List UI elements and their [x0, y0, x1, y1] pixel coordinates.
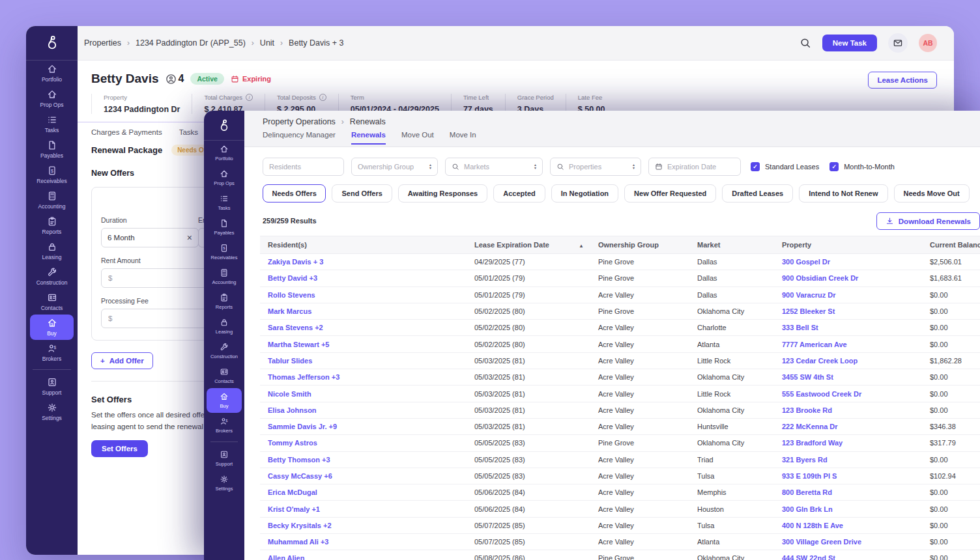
- sidebar-item[interactable]: Support: [207, 446, 242, 471]
- breadcrumb-item[interactable]: Renewals ›: [350, 117, 386, 126]
- property-link[interactable]: 800 Beretta Rd: [774, 484, 922, 501]
- resident-link[interactable]: Tablur Slides: [260, 352, 467, 369]
- status-chip[interactable]: Awaiting Responses: [398, 184, 487, 203]
- sidebar-item[interactable]: Portfolio: [30, 61, 74, 86]
- sidebar-item[interactable]: $ Buy: [207, 388, 242, 413]
- markets-select[interactable]: Markets ▴▾: [445, 158, 543, 176]
- sidebar-item[interactable]: $ Receivables: [30, 162, 74, 188]
- sidebar-item[interactable]: Prop Ops: [30, 86, 74, 111]
- expiration-date-input[interactable]: Expiration Date: [648, 158, 741, 176]
- sidebar-item[interactable]: Settings: [30, 399, 74, 425]
- breadcrumb-item[interactable]: Property Operations ›: [263, 117, 344, 126]
- property-link[interactable]: 933 E 109th Pl S: [774, 468, 922, 484]
- properties-select[interactable]: Properties ▴▾: [550, 158, 641, 176]
- app-logo[interactable]: [26, 26, 78, 61]
- breadcrumb-item[interactable]: Betty Davis + 3 ›: [289, 38, 343, 48]
- add-offer-button[interactable]: + Add Offer: [91, 352, 153, 369]
- resident-link[interactable]: Becky Krysitals +2: [260, 517, 467, 533]
- sidebar-item[interactable]: Construction: [207, 339, 242, 363]
- status-chip[interactable]: Drafted Leases: [722, 184, 793, 203]
- sidebar-item[interactable]: Payables: [207, 215, 242, 240]
- sidebar-item[interactable]: $ Receivables: [207, 240, 242, 264]
- resident-link[interactable]: Erica McDugal: [260, 484, 467, 501]
- sidebar-item[interactable]: Support: [30, 374, 74, 399]
- property-link[interactable]: 123 Bradford Way: [774, 435, 922, 451]
- status-chip[interactable]: Needs Offers: [263, 184, 326, 203]
- sidebar-item[interactable]: Portfolio: [207, 141, 242, 165]
- search-icon[interactable]: [800, 37, 811, 49]
- resident-link[interactable]: Betty David +3: [260, 270, 467, 287]
- lease-tab[interactable]: Charges & Payments: [91, 128, 162, 136]
- property-link[interactable]: 1252 Bleeker St: [774, 303, 922, 319]
- sidebar-item[interactable]: Tasks: [30, 111, 74, 137]
- breadcrumb-item[interactable]: Unit ›: [260, 38, 283, 48]
- status-chip[interactable]: Needs Move Out: [894, 184, 970, 203]
- resident-link[interactable]: Cassy McCassy +6: [260, 468, 467, 484]
- avatar[interactable]: AB: [919, 34, 937, 52]
- lease-actions-button[interactable]: Lease Actions: [868, 72, 937, 89]
- sidebar-item[interactable]: $ Buy: [30, 315, 74, 340]
- set-offers-button[interactable]: Set Offers: [91, 440, 148, 457]
- resident-link[interactable]: Betty Thomson +3: [260, 451, 467, 468]
- resident-link[interactable]: Zakiya Davis + 3: [260, 254, 467, 270]
- residents-input[interactable]: [263, 158, 344, 176]
- sidebar-item[interactable]: Accounting: [207, 264, 242, 289]
- property-link[interactable]: 123 Cedar Creek Loop: [774, 352, 922, 369]
- sidebar-item[interactable]: Leasing: [207, 314, 242, 339]
- new-task-button[interactable]: New Task: [822, 35, 877, 51]
- col-current-balance[interactable]: Current Balance: [922, 236, 980, 254]
- col-residents[interactable]: Resident(s): [260, 236, 467, 254]
- status-chip[interactable]: Intend to Not Renew: [799, 184, 887, 203]
- property-link[interactable]: 400 N 128th E Ave: [774, 517, 922, 533]
- resident-link[interactable]: Sammie Davis Jr. +9: [260, 418, 467, 434]
- resident-link[interactable]: Muhammad Ali +3: [260, 534, 467, 550]
- sidebar-item[interactable]: Prop Ops: [207, 165, 242, 190]
- status-chip[interactable]: Accepted: [493, 184, 545, 203]
- duration-select[interactable]: 6 Month ×: [101, 228, 199, 247]
- app-logo[interactable]: [204, 111, 244, 141]
- sidebar-item[interactable]: Contacts: [207, 363, 242, 388]
- property-link[interactable]: 900 Obsidian Creek Dr: [774, 270, 922, 287]
- lease-tab[interactable]: Tasks: [179, 128, 198, 136]
- breadcrumb-item[interactable]: 1234 Paddington Dr (APP_55) ›: [136, 38, 254, 48]
- status-chip[interactable]: Send Offers: [332, 184, 392, 203]
- property-link[interactable]: 300 Gln Brk Ln: [774, 501, 922, 517]
- property-link[interactable]: 555 Eastwood Creek Dr: [774, 385, 922, 402]
- property-link[interactable]: 333 Bell St: [774, 320, 922, 336]
- resident-link[interactable]: Rollo Stevens: [260, 287, 467, 303]
- resident-link[interactable]: Thomas Jefferson +3: [260, 369, 467, 385]
- property-link[interactable]: 900 Varacruz Dr: [774, 287, 922, 303]
- col-market[interactable]: Market: [689, 236, 774, 254]
- property-link[interactable]: 222 McKenna Dr: [774, 418, 922, 434]
- resident-link[interactable]: Allen Alien: [260, 550, 467, 560]
- resident-link[interactable]: Sara Stevens +2: [260, 320, 467, 336]
- ownership-group-select[interactable]: Ownership Group ▴▾: [351, 158, 438, 176]
- resident-link[interactable]: Martha Stewart +5: [260, 336, 467, 352]
- operations-tab[interactable]: Renewals: [351, 131, 386, 145]
- checkbox-group[interactable]: Month-to-Month: [829, 162, 895, 171]
- sidebar-item[interactable]: Settings: [207, 471, 242, 496]
- status-chip[interactable]: New Offer Requested: [624, 184, 716, 203]
- property-link[interactable]: 300 Village Green Drive: [774, 534, 922, 550]
- resident-link[interactable]: Elisa Johnson: [260, 402, 467, 418]
- clear-icon[interactable]: ×: [187, 232, 192, 243]
- operations-tab[interactable]: Move In: [450, 131, 476, 145]
- operations-tab[interactable]: Move Out: [401, 131, 434, 145]
- sidebar-item[interactable]: Leasing: [30, 238, 74, 264]
- property-link[interactable]: 3455 SW 4th St: [774, 369, 922, 385]
- resident-link[interactable]: Tommy Astros: [260, 435, 467, 451]
- col-ownership-group[interactable]: Ownership Group: [590, 236, 689, 254]
- resident-link[interactable]: Krist O'maly +1: [260, 501, 467, 517]
- property-link[interactable]: 123 Brooke Rd: [774, 402, 922, 418]
- sidebar-item[interactable]: Reports: [30, 213, 74, 238]
- sidebar-item[interactable]: Reports: [207, 289, 242, 314]
- resident-link[interactable]: Nicole Smith: [260, 385, 467, 402]
- resident-link[interactable]: Mark Marcus: [260, 303, 467, 319]
- download-renewals-button[interactable]: Download Renewals: [876, 212, 980, 230]
- property-link[interactable]: 321 Byers Rd: [774, 451, 922, 468]
- status-chip[interactable]: In Negotiation: [551, 184, 618, 203]
- checkbox[interactable]: [751, 162, 760, 171]
- sidebar-item[interactable]: $ Brokers: [207, 413, 242, 438]
- property-link[interactable]: 7777 American Ave: [774, 336, 922, 352]
- breadcrumb-item[interactable]: Properties ›: [84, 38, 130, 48]
